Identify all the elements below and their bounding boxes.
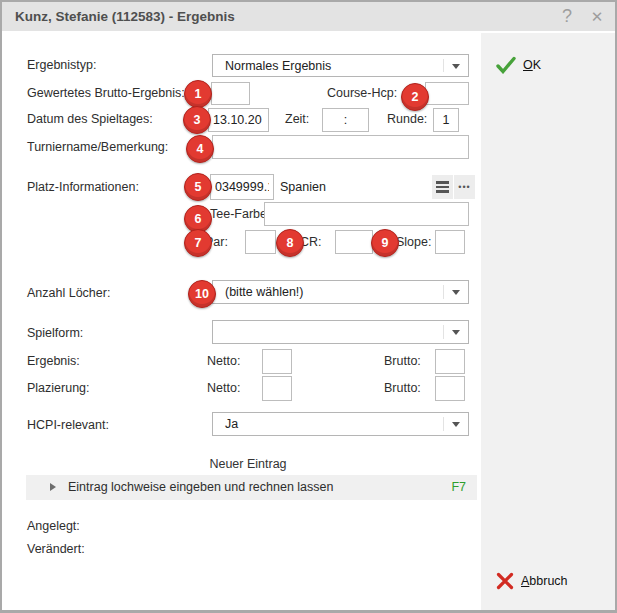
ok-label: OK	[523, 58, 541, 72]
gewertetes-brutto-input[interactable]	[211, 82, 250, 105]
platz-course-name: Spanien	[280, 180, 326, 195]
course-more-button[interactable]: •••	[454, 175, 475, 199]
annotation-badge-8: 8	[276, 229, 304, 257]
help-icon[interactable]: ?	[555, 2, 579, 31]
runde-input[interactable]	[433, 108, 459, 132]
ok-button[interactable]: OK	[496, 56, 541, 74]
gewertetes-brutto-label: Gewertetes Brutto-Ergebnis:	[27, 86, 185, 101]
platz-input[interactable]	[210, 174, 274, 200]
annotation-badge-7: 7	[184, 229, 212, 257]
plazierung-brutto-input[interactable]	[435, 376, 465, 401]
course-hcp-input[interactable]	[425, 82, 469, 105]
chevron-down-icon	[452, 422, 460, 427]
hcpi-relevant-dropdown[interactable]: Ja	[212, 412, 469, 436]
ergebnis-netto-input[interactable]	[262, 349, 292, 374]
ergebnistyp-label: Ergebnistyp:	[27, 58, 96, 73]
check-icon	[496, 56, 516, 74]
annotation-badge-9: 9	[371, 229, 399, 257]
plazierung-netto-label: Netto:	[207, 381, 240, 396]
slope-input[interactable]	[435, 230, 465, 254]
annotation-badge-10: 10	[188, 280, 216, 308]
titlebar: Kunz, Stefanie (112583) - Ergebnis ? ✕	[2, 2, 615, 33]
hamburger-icon	[436, 181, 449, 193]
spielform-dropdown[interactable]	[212, 320, 469, 344]
datum-input[interactable]	[208, 108, 269, 132]
annotation-badge-3: 3	[183, 106, 211, 134]
ergebnis-netto-label: Netto:	[207, 354, 240, 369]
course-hcp-label: Course-Hcp:	[327, 86, 397, 101]
abbruch-label: Abbruch	[521, 574, 568, 588]
ergebnis-brutto-label: Brutto:	[384, 354, 421, 369]
x-icon	[496, 572, 514, 590]
dialog-title: Kunz, Stefanie (112583) - Ergebnis	[15, 2, 235, 31]
ellipsis-icon: •••	[458, 183, 470, 192]
anzahl-loecher-value: (bitte wählen!)	[225, 285, 304, 299]
zeit-label: Zeit:	[285, 112, 309, 127]
veraendert-label: Verändert:	[27, 542, 85, 557]
tee-farbe-label: Tee-Farbe:	[210, 207, 270, 222]
datum-label: Datum des Spieltages:	[27, 112, 153, 127]
tee-farbe-input[interactable]	[264, 202, 469, 226]
anzahl-loecher-dropdown[interactable]: (bitte wählen!)	[212, 280, 469, 304]
ergebnis-brutto-input[interactable]	[435, 349, 465, 374]
ergebnistyp-value: Normales Ergebnis	[225, 59, 331, 73]
turniername-input[interactable]	[212, 135, 469, 159]
chevron-down-icon	[452, 64, 460, 69]
expand-arrow-icon	[50, 483, 56, 491]
ergebnistyp-dropdown[interactable]: Normales Ergebnis	[212, 54, 469, 77]
dialog-window: Kunz, Stefanie (112583) - Ergebnis ? ✕ E…	[0, 0, 617, 613]
plazierung-netto-input[interactable]	[262, 376, 292, 401]
anzahl-loecher-label: Anzahl Löcher:	[27, 286, 110, 301]
plazierung-brutto-label: Brutto:	[384, 381, 421, 396]
close-icon[interactable]: ✕	[585, 2, 609, 31]
lochweise-eingeben-label: Eintrag lochweise eingeben und rechnen l…	[68, 475, 333, 500]
turniername-label: Turniername/Bemerkung:	[27, 140, 168, 155]
ergebnis-label: Ergebnis:	[27, 354, 80, 369]
lochweise-eingeben-row[interactable]: Eintrag lochweise eingeben und rechnen l…	[26, 475, 477, 500]
annotation-badge-4: 4	[186, 135, 214, 163]
annotation-badge-5: 5	[184, 173, 212, 201]
course-menu-button[interactable]	[432, 175, 453, 199]
hcpi-relevant-label: HCPI-relevant:	[27, 418, 109, 433]
cr-input[interactable]	[335, 230, 373, 254]
chevron-down-icon	[452, 290, 460, 295]
action-panel	[479, 33, 615, 610]
plazierung-label: Plazierung:	[27, 381, 90, 396]
f7-shortcut-badge: F7	[451, 475, 466, 500]
abbruch-button[interactable]: Abbruch	[496, 572, 568, 590]
neuer-eintrag-heading: Neuer Eintrag	[27, 457, 469, 471]
spielform-label: Spielform:	[27, 326, 83, 341]
slope-label: Slope:	[396, 235, 431, 250]
par-input[interactable]	[245, 230, 276, 254]
zeit-input[interactable]	[322, 108, 369, 132]
hcpi-relevant-value: Ja	[225, 417, 238, 431]
chevron-down-icon	[452, 330, 460, 335]
annotation-badge-2: 2	[401, 83, 429, 111]
runde-label: Runde:	[387, 112, 427, 127]
angelegt-label: Angelegt:	[27, 519, 80, 534]
platz-informationen-label: Platz-Informationen:	[27, 180, 139, 195]
annotation-badge-1: 1	[184, 80, 212, 108]
